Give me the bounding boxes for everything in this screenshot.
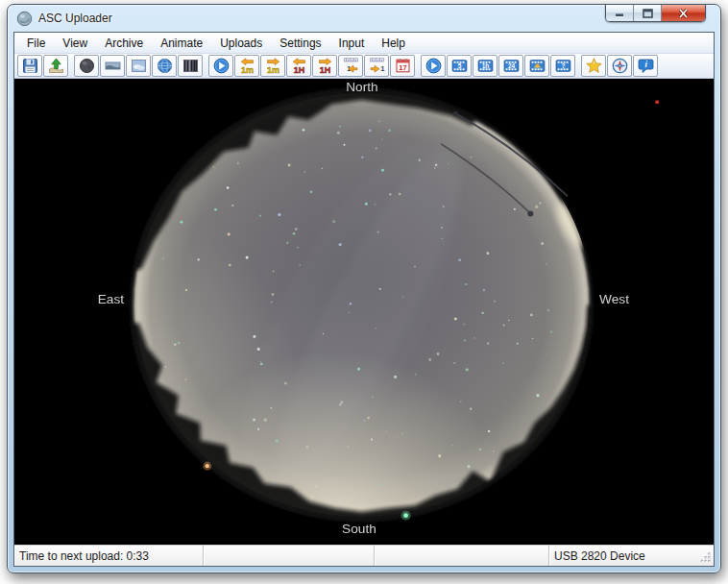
status-panel-2 xyxy=(204,546,375,566)
toolbar-group: i xyxy=(581,55,659,77)
toolbar-group: 1m1m1H1H1117 xyxy=(208,55,416,77)
toolbar-keogram-view-button[interactable] xyxy=(178,55,203,77)
close-button[interactable] xyxy=(662,5,705,21)
svg-text:24: 24 xyxy=(507,62,515,69)
menubar: File View Archive Animate Uploads Settin… xyxy=(14,33,714,54)
app-icon xyxy=(16,11,33,27)
svg-text:17: 17 xyxy=(399,63,406,72)
toolbar-favorites-button[interactable] xyxy=(581,55,606,77)
toolbar-about-button[interactable]: i xyxy=(633,55,658,77)
label-north: North xyxy=(346,80,377,94)
svg-text:5: 5 xyxy=(457,62,461,69)
menu-archive[interactable]: Archive xyxy=(96,34,152,53)
menu-help[interactable]: Help xyxy=(373,34,414,53)
toolbar-compass-button[interactable] xyxy=(607,55,632,77)
window-controls xyxy=(605,5,706,22)
menu-uploads[interactable]: Uploads xyxy=(211,34,271,53)
toolbar-play-button[interactable] xyxy=(208,55,233,77)
svg-text:?: ? xyxy=(561,62,565,69)
toolbar-play-movie-button[interactable] xyxy=(421,55,446,77)
svg-text:1H: 1H xyxy=(319,65,330,74)
app-window: ASC Uploader File View Archive Animate U… xyxy=(7,4,721,573)
toolbar: 1m1m1H1H111751h24?i xyxy=(14,54,714,79)
titlebar[interactable]: ASC Uploader xyxy=(8,5,720,32)
allsky-camera-view: North East West South xyxy=(14,79,714,545)
toolbar-movie-1hour-button[interactable]: 1h xyxy=(473,55,497,77)
toolbar-group xyxy=(17,55,69,77)
menu-input[interactable]: Input xyxy=(330,34,374,53)
menu-animate[interactable]: Animate xyxy=(152,34,211,53)
toolbar-movie-24hour-button[interactable]: 24 xyxy=(498,55,523,77)
toolbar-allsky-view-button[interactable] xyxy=(74,55,99,77)
svg-text:1m: 1m xyxy=(240,65,253,74)
toolbar-sky-image-button[interactable] xyxy=(126,55,151,77)
status-upload-timer: Time to next upload: 0:33 xyxy=(14,546,204,566)
toolbar-calendar-button[interactable]: 17 xyxy=(390,55,415,77)
label-east: East xyxy=(98,292,125,306)
maximize-button[interactable] xyxy=(634,5,662,21)
statusbar: Time to next upload: 0:33 USB 2820 Devic… xyxy=(14,545,714,566)
status-device: USB 2820 Device xyxy=(549,546,698,566)
toolbar-globe-view-button[interactable] xyxy=(152,55,177,77)
status-panel-3 xyxy=(375,546,549,566)
svg-text:1: 1 xyxy=(380,65,384,72)
svg-text:1m: 1m xyxy=(266,65,279,74)
toolbar-movie-custom-button[interactable]: ? xyxy=(550,55,575,77)
toolbar-movie-sunset-button[interactable] xyxy=(524,55,549,77)
toolbar-save-button[interactable] xyxy=(17,55,42,77)
toolbar-back-1-day-button[interactable]: 1 xyxy=(338,55,363,77)
toolbar-back-1-hour-button[interactable]: 1H xyxy=(286,55,311,77)
minimize-button[interactable] xyxy=(606,5,634,21)
menu-file[interactable]: File xyxy=(18,34,54,53)
toolbar-movie-5min-button[interactable]: 5 xyxy=(447,55,472,77)
label-west: West xyxy=(599,292,629,306)
toolbar-forward-1-hour-button[interactable]: 1H xyxy=(312,55,337,77)
menu-view[interactable]: View xyxy=(54,34,96,53)
toolbar-back-1-minute-button[interactable]: 1m xyxy=(234,55,259,77)
toolbar-group xyxy=(74,55,204,77)
client-area: File View Archive Animate Uploads Settin… xyxy=(13,32,715,567)
label-south: South xyxy=(342,522,376,536)
toolbar-forward-1-minute-button[interactable]: 1m xyxy=(260,55,285,77)
toolbar-upload-button[interactable] xyxy=(43,55,68,77)
svg-text:1h: 1h xyxy=(481,62,489,69)
toolbar-panorama-view-button[interactable] xyxy=(100,55,125,77)
svg-text:1H: 1H xyxy=(293,65,304,74)
resize-grip[interactable] xyxy=(698,546,714,566)
toolbar-group: 51h24? xyxy=(421,55,576,77)
window-title: ASC Uploader xyxy=(38,12,112,25)
toolbar-forward-1-day-button[interactable]: 1 xyxy=(364,55,389,77)
menu-settings[interactable]: Settings xyxy=(271,34,329,53)
